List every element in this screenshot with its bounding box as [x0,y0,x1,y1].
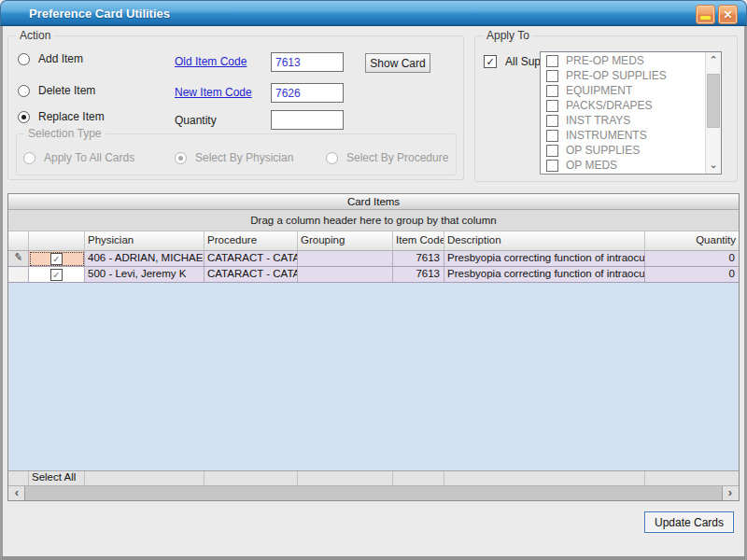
header-quantity[interactable]: Quantity [645,231,739,250]
cell-physician[interactable]: 500 - Levi, Jeremy K [85,267,204,283]
checkbox-pre-op-supplies [546,70,558,82]
table-row[interactable]: ✎ ✓ 406 - ADRIAN, MICHAEL CATARACT - CAT… [8,251,739,267]
minimize-icon [700,16,711,20]
scroll-left-icon[interactable]: ‹ [9,486,24,500]
cell-quantity[interactable]: 0 [645,251,739,267]
grid-footer-row: Select All [8,470,739,485]
header-checkbox[interactable] [29,231,85,250]
apply-to-legend: Apply To [483,29,533,42]
cell-procedure[interactable]: CATARACT - CATAR [204,267,298,283]
list-item-pre-op-supplies[interactable]: PRE-OP SUPPLIES [541,68,705,83]
checkbox-packs-drapes [546,100,558,112]
radio-label-add-item: Add Item [38,52,83,65]
list-item-pre-op-meds[interactable]: PRE-OP MEDS [541,53,705,68]
list-item-inst-trays[interactable]: INST TRAYS [541,113,705,128]
list-item-op-supplies[interactable]: OP SUPPLIES [541,143,705,158]
new-item-code-input[interactable] [271,83,344,103]
radio-apply-to-all-cards[interactable]: Apply To All Cards [23,150,134,165]
radio-circle-select-by-procedure [326,152,338,164]
action-groupbox: Action Add Item Delete Item Replace Item… [7,35,464,180]
header-procedure[interactable]: Procedure [204,231,298,250]
show-card-button[interactable]: Show Card [365,53,430,73]
preference-card-utilities-dialog: Preference Card Utilities ✕ Action Add I… [0,0,747,560]
radio-label-apply-to-all-cards: Apply To All Cards [44,151,134,164]
radio-label-select-by-procedure: Select By Procedure [346,151,448,164]
title-bar[interactable]: Preference Card Utilities ✕ [0,0,747,26]
checkbox-instruments [546,130,558,142]
radio-circle-select-by-physician [175,152,187,164]
supplies-list: PRE-OP MEDS PRE-OP SUPPLIES EQUIPMENT PA… [541,53,705,173]
update-cards-button[interactable]: Update Cards [644,511,734,533]
radio-select-by-physician[interactable]: Select By Physician [175,150,293,165]
checkbox-inst-trays [546,115,558,127]
row-checkbox: ✓ [50,253,63,265]
close-icon: ✕ [723,8,732,21]
row-checkbox: ✓ [50,269,63,281]
selection-type-legend: Selection Type [24,127,106,140]
supplies-listbox: PRE-OP MEDS PRE-OP SUPPLIES EQUIPMENT PA… [540,51,722,175]
horizontal-scrollbar[interactable]: ‹ › [8,485,739,500]
cell-grouping[interactable] [298,251,393,267]
radio-delete-item[interactable]: Delete Item [18,83,95,98]
apply-to-groupbox: Apply To ✓ All Supplies PRE-OP MEDS PRE-… [474,35,738,182]
minimize-button[interactable] [696,5,715,24]
cell-quantity[interactable]: 0 [645,267,739,283]
radio-add-item[interactable]: Add Item [18,51,83,66]
checkbox-op-supplies [546,145,558,157]
radio-label-delete-item: Delete Item [38,84,95,97]
group-by-hint[interactable]: Drag a column header here to group by th… [8,210,739,231]
cell-grouping[interactable] [298,267,393,283]
radio-circle-replace-item [18,111,30,123]
horizontal-scrollbar-thumb[interactable] [24,486,723,500]
checkbox-equipment [546,85,558,97]
window-title: Preference Card Utilities [29,7,170,21]
header-indicator [8,231,29,250]
selection-type-groupbox: Selection Type Apply To All Cards Select… [16,133,457,175]
list-item-instruments[interactable]: INSTRUMENTS [541,128,705,143]
grid-caption: Card Items [8,194,739,210]
row-checkbox-cell[interactable]: ✓ [29,251,85,267]
supplies-scrollbar[interactable]: ⌃ ⌄ [705,52,721,174]
cell-physician[interactable]: 406 - ADRIAN, MICHAEL [85,251,204,267]
cell-item-code[interactable]: 7613 [393,267,444,283]
header-description[interactable]: Description [444,231,645,250]
radio-circle-apply-to-all-cards [23,152,35,164]
checkbox-op-meds [546,160,558,172]
cell-description[interactable]: Presbyopia correcting function of intrao… [444,251,645,267]
radio-label-replace-item: Replace Item [38,110,105,123]
radio-replace-item[interactable]: Replace Item [18,109,105,124]
header-physician[interactable]: Physician [85,231,204,250]
all-supplies-checkbox-box: ✓ [484,55,497,68]
new-item-code-link[interactable]: New Item Code [175,86,252,99]
radio-circle-delete-item [18,85,30,97]
list-item-op-meds[interactable]: OP MEDS [541,158,705,173]
radio-select-by-procedure[interactable]: Select By Procedure [326,150,448,165]
quantity-label: Quantity [175,114,217,127]
card-items-grid: Card Items Drag a column header here to … [7,193,740,501]
grid-header-row: Physician Procedure Grouping Item Code D… [8,231,739,251]
checkbox-pre-op-meds [546,55,558,67]
scroll-up-icon[interactable]: ⌃ [706,53,721,68]
grid-empty-area [8,283,739,470]
list-item-packs-drapes[interactable]: PACKS/DRAPES [541,98,705,113]
header-grouping[interactable]: Grouping [298,231,393,250]
cell-description[interactable]: Presbyopia correcting function of intrao… [444,267,645,283]
row-checkbox-cell[interactable]: ✓ [29,267,85,283]
table-row[interactable]: ✓ 500 - Levi, Jeremy K CATARACT - CATAR … [8,267,739,283]
scroll-down-icon[interactable]: ⌄ [706,158,721,173]
old-item-code-input[interactable] [271,52,344,72]
supplies-scrollbar-thumb[interactable] [707,74,720,128]
radio-circle-add-item [18,53,30,65]
edit-pencil-icon: ✎ [13,251,23,264]
quantity-input[interactable] [271,110,344,130]
scroll-right-icon[interactable]: › [723,486,738,500]
cell-item-code[interactable]: 7613 [393,251,444,267]
radio-label-select-by-physician: Select By Physician [195,151,293,164]
select-all-button[interactable]: Select All [29,471,85,485]
action-legend: Action [16,29,54,42]
cell-procedure[interactable]: CATARACT - CATAR [204,251,298,267]
header-item-code[interactable]: Item Code [393,231,444,250]
list-item-equipment[interactable]: EQUIPMENT [541,83,705,98]
close-button[interactable]: ✕ [718,5,738,24]
old-item-code-link[interactable]: Old Item Code [175,55,247,68]
